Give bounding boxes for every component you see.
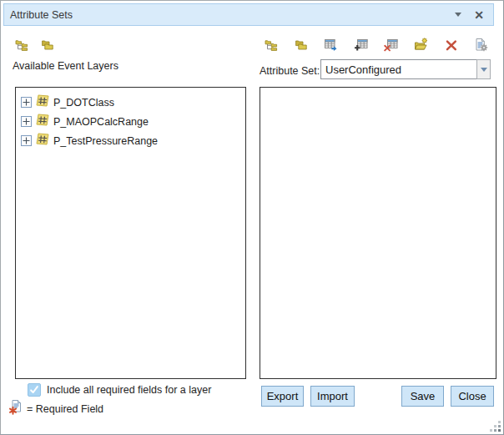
export-button[interactable]: Export bbox=[261, 386, 304, 407]
tree-item-label: P_MAOPCalcRange bbox=[53, 116, 149, 128]
toolbar-left bbox=[14, 38, 54, 52]
required-field-legend: = Required Field bbox=[8, 399, 103, 418]
tree-item-label: P_TestPressureRange bbox=[53, 135, 158, 147]
open-folder-icon[interactable] bbox=[40, 38, 54, 52]
available-event-layers-heading: Available Event Layers bbox=[13, 60, 118, 72]
table-export-icon[interactable] bbox=[324, 38, 338, 52]
event-layer-icon bbox=[36, 114, 49, 129]
collapse-panel-button[interactable] bbox=[451, 8, 465, 22]
attribute-set-label: Attribute Set: bbox=[260, 65, 320, 77]
attribute-set-combobox bbox=[320, 59, 491, 79]
resize-grip[interactable] bbox=[490, 421, 501, 432]
save-button[interactable]: Save bbox=[401, 386, 444, 407]
delete-icon[interactable] bbox=[444, 38, 458, 52]
expand-plus-icon[interactable] bbox=[21, 116, 32, 127]
attribute-set-fields-list[interactable] bbox=[260, 87, 496, 379]
attribute-set-dropdown-button[interactable] bbox=[476, 59, 491, 79]
open-folder-icon[interactable] bbox=[294, 38, 308, 52]
include-required-fields-row: Include all required fields for a layer bbox=[28, 383, 211, 397]
titlebar: Attribute Sets ✕ bbox=[3, 3, 494, 26]
close-dialog-button[interactable]: ✕ bbox=[471, 8, 486, 23]
include-required-fields-checkbox[interactable] bbox=[28, 383, 41, 397]
new-folder-icon[interactable] bbox=[414, 38, 428, 52]
expand-plus-icon[interactable] bbox=[21, 135, 32, 146]
dialog-title: Attribute Sets bbox=[10, 9, 451, 21]
include-required-fields-label: Include all required fields for a layer bbox=[47, 384, 211, 396]
import-button[interactable]: Import bbox=[310, 386, 355, 407]
chevron-down-icon bbox=[481, 68, 487, 72]
available-event-layers-list[interactable]: P_DOTClass P_MAOPCalcRange bbox=[15, 87, 246, 379]
table-add-icon[interactable] bbox=[354, 38, 368, 52]
table-remove-icon[interactable] bbox=[384, 38, 398, 52]
attribute-set-input[interactable] bbox=[320, 59, 476, 79]
tree-item-p-dotclass[interactable]: P_DOTClass bbox=[18, 93, 244, 112]
event-layer-icon bbox=[36, 133, 49, 149]
check-icon bbox=[29, 385, 39, 395]
attribute-set-tree-icon[interactable] bbox=[14, 38, 28, 52]
tree-item-p-maopcalcrange[interactable]: P_MAOPCalcRange bbox=[18, 112, 244, 131]
event-layer-icon bbox=[36, 94, 49, 110]
page-settings-icon[interactable] bbox=[474, 38, 488, 52]
tree-item-p-testpressurerange[interactable]: P_TestPressureRange bbox=[18, 131, 244, 150]
attribute-sets-dialog: Attribute Sets ✕ bbox=[0, 0, 504, 435]
close-button[interactable]: Close bbox=[451, 386, 494, 407]
expand-plus-icon[interactable] bbox=[21, 97, 32, 108]
required-field-icon bbox=[8, 399, 23, 418]
toolbar-right bbox=[264, 38, 488, 52]
tree-item-label: P_DOTClass bbox=[53, 97, 114, 109]
attribute-set-tree-icon[interactable] bbox=[264, 38, 278, 52]
required-field-legend-text: = Required Field bbox=[27, 403, 103, 415]
chevron-down-icon bbox=[455, 13, 461, 17]
